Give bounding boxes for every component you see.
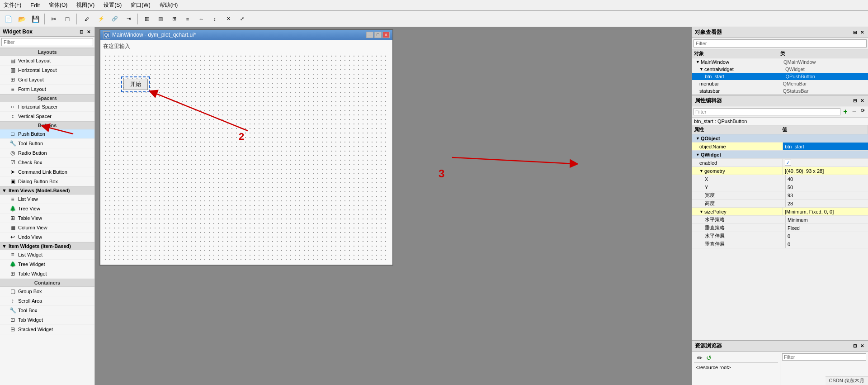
menu-help[interactable]: 帮助(H)	[158, 0, 180, 10]
widget-item-check-box[interactable]: ☑ Check Box	[0, 158, 94, 167]
widget-item-vertical-spacer[interactable]: ↕ Vertical Spacer	[0, 112, 94, 121]
canvas-content[interactable]: 在这里输入 开始	[100, 40, 392, 265]
prop-row-vpolicy[interactable]: 垂直策略 Fixed	[692, 224, 868, 232]
widget-item-horizontal-spacer[interactable]: ↔ Horizontal Spacer	[0, 102, 94, 112]
prop-row-geometry[interactable]: ▼ geometry [(40, 50), 93 x 28]	[692, 167, 868, 175]
layout-h-button[interactable]: ▥	[141, 13, 153, 25]
collapse-icon-2[interactable]: ▼	[696, 152, 700, 157]
category-item-widgets[interactable]: ▼ Item Widgets (Item-Based)	[0, 242, 94, 250]
category-item-views[interactable]: ▼ Item Views (Model-Based)	[0, 186, 94, 195]
cut-button[interactable]: ✂	[47, 13, 60, 25]
widget-item-tree-view[interactable]: 🌲 Tree View	[0, 204, 94, 214]
widget-item-command-link-button[interactable]: ➤ Command Link Button	[0, 167, 94, 177]
collapse-icon[interactable]: ▼	[696, 136, 700, 141]
sort-property-btn[interactable]: ⟳	[859, 108, 867, 116]
copy-button[interactable]: □	[61, 13, 74, 25]
property-editor-close-btn[interactable]: ✕	[859, 98, 865, 103]
open-button[interactable]: 📂	[15, 13, 28, 25]
widget-box-filter-input[interactable]	[1, 38, 93, 46]
prop-row-x[interactable]: X 40	[692, 175, 868, 183]
canvas-maximize-btn[interactable]: □	[374, 32, 382, 38]
widget-item-tool-box[interactable]: 🔧 Tool Box	[0, 306, 94, 315]
menu-settings[interactable]: 设置(S)	[102, 0, 123, 10]
prop-row-enabled[interactable]: enabled ✓	[692, 159, 868, 167]
resource-browser-undock-btn[interactable]: ⊟	[852, 343, 858, 348]
widget-item-dialog-button-box[interactable]: ▣ Dialog Button Box	[0, 177, 94, 186]
adjust-size-button[interactable]: ⤢	[236, 13, 248, 25]
widget-item-column-view[interactable]: ▦ Column View	[0, 223, 94, 233]
prop-row-width[interactable]: 宽度 93	[692, 191, 868, 200]
widget-item-horizontal-layout[interactable]: ▥ Horizontal Layout	[0, 66, 94, 75]
obj-row-centralwidget[interactable]: ▼ centralwidget QWidget	[692, 66, 868, 73]
prop-x-value[interactable]: 40	[786, 175, 868, 183]
menu-view[interactable]: 视图(V)	[75, 0, 96, 10]
layout-hs-button[interactable]: ↔	[195, 13, 208, 25]
widget-item-stacked-widget[interactable]: ⊟ Stacked Widget	[0, 325, 94, 334]
widget-box-close-btn[interactable]: ✕	[85, 29, 92, 34]
prop-row-objectname[interactable]: objectName btn_start	[692, 143, 868, 151]
tab-order-button[interactable]: ⇥	[122, 13, 135, 25]
prop-row-vstretch[interactable]: 垂直伸展 0	[692, 240, 868, 248]
menu-file[interactable]: 文件(F)	[2, 0, 23, 10]
widget-item-vertical-layout[interactable]: ▤ Vertical Layout	[0, 56, 94, 66]
obj-row-btn-start[interactable]: btn_start QPushButton	[692, 73, 868, 80]
layout-vs-button[interactable]: ↕	[208, 13, 221, 25]
menu-edit[interactable]: Edit	[28, 1, 42, 10]
property-filter-input[interactable]	[693, 108, 840, 115]
layout-v-button[interactable]: ▤	[154, 13, 167, 25]
resource-root[interactable]: <resource root>	[694, 363, 778, 372]
widget-editor-button[interactable]: 🖊	[80, 13, 94, 25]
widget-item-form-layout[interactable]: ≡ Form Layout	[0, 85, 94, 94]
obj-row-menubar[interactable]: menubar QMenuBar	[692, 80, 868, 87]
object-inspector-undock-btn[interactable]: ⊟	[852, 30, 858, 35]
canvas-close-btn[interactable]: ✕	[382, 32, 390, 38]
prop-row-height[interactable]: 高度 28	[692, 200, 868, 208]
object-inspector-close-btn[interactable]: ✕	[859, 30, 865, 35]
property-editor-undock-btn[interactable]: ⊟	[852, 98, 858, 103]
signal-slot-button[interactable]: ⚡	[95, 13, 108, 25]
widget-item-grid-layout[interactable]: ⊞ Grid Layout	[0, 75, 94, 85]
prop-enabled-value[interactable]: ✓	[783, 159, 868, 166]
prop-row-hstretch[interactable]: 水平伸展 0	[692, 232, 868, 240]
object-inspector-filter-input[interactable]	[693, 39, 867, 48]
widget-item-radio-button[interactable]: ◎ Radio Button	[0, 148, 94, 158]
widget-item-scroll-area[interactable]: ↕ Scroll Area	[0, 296, 94, 306]
obj-row-mainwindow[interactable]: ▼ MainWindow QMainWindow	[692, 58, 868, 66]
widget-item-list-view[interactable]: ≡ List View	[0, 195, 94, 204]
new-button[interactable]: 📄	[2, 13, 14, 25]
prop-row-qwidget[interactable]: ▼ QWidget	[692, 151, 868, 159]
canvas-button-selection[interactable]: 开始	[121, 76, 150, 92]
break-layout-button[interactable]: ✕	[222, 13, 235, 25]
widget-item-table-view[interactable]: ⊞ Table View	[0, 214, 94, 223]
prop-hstretch-value[interactable]: 0	[786, 232, 868, 240]
refresh-resource-btn[interactable]: ↺	[705, 354, 713, 361]
widget-item-undo-view[interactable]: ↩ Undo View	[0, 233, 94, 242]
widget-item-tab-widget[interactable]: ⊡ Tab Widget	[0, 315, 94, 325]
prop-row-hpolicy[interactable]: 水平策略 Minimum	[692, 216, 868, 224]
dot-canvas[interactable]: 开始 2	[103, 54, 390, 262]
edit-resource-btn[interactable]: ✏	[696, 354, 704, 361]
canvas-start-button[interactable]: 开始	[123, 79, 148, 90]
prop-width-value[interactable]: 93	[786, 191, 868, 199]
menu-window[interactable]: 窗口(W)	[129, 0, 152, 10]
save-button[interactable]: 💾	[29, 13, 42, 25]
menu-form[interactable]: 窗体(O)	[47, 0, 69, 10]
prop-hpolicy-value[interactable]: Minimum	[786, 216, 868, 223]
widget-item-group-box[interactable]: ▢ Group Box	[0, 287, 94, 296]
prop-row-qobject[interactable]: ▼ QObject	[692, 134, 868, 143]
remove-property-btn[interactable]: −	[850, 108, 858, 116]
prop-row-sizepolicy[interactable]: ▼ sizePolicy [Minimum, Fixed, 0, 0]	[692, 208, 868, 216]
prop-vpolicy-value[interactable]: Fixed	[786, 224, 868, 232]
widget-item-table-widget[interactable]: ⊞ Table Widget	[0, 269, 94, 279]
layout-grid-button[interactable]: ⊞	[168, 13, 180, 25]
prop-vstretch-value[interactable]: 0	[786, 240, 868, 248]
resource-filter-input[interactable]	[782, 353, 866, 361]
widget-item-push-button[interactable]: □ Push Button	[0, 129, 94, 139]
canvas-minimize-btn[interactable]: ─	[366, 32, 373, 38]
resource-browser-close-btn[interactable]: ✕	[859, 343, 865, 348]
prop-y-value[interactable]: 50	[786, 183, 868, 191]
collapse-icon-4[interactable]: ▼	[699, 209, 703, 214]
layout-form-button[interactable]: ≡	[181, 13, 194, 25]
prop-objectname-value[interactable]: btn_start	[783, 143, 868, 150]
prop-height-value[interactable]: 28	[786, 200, 868, 207]
